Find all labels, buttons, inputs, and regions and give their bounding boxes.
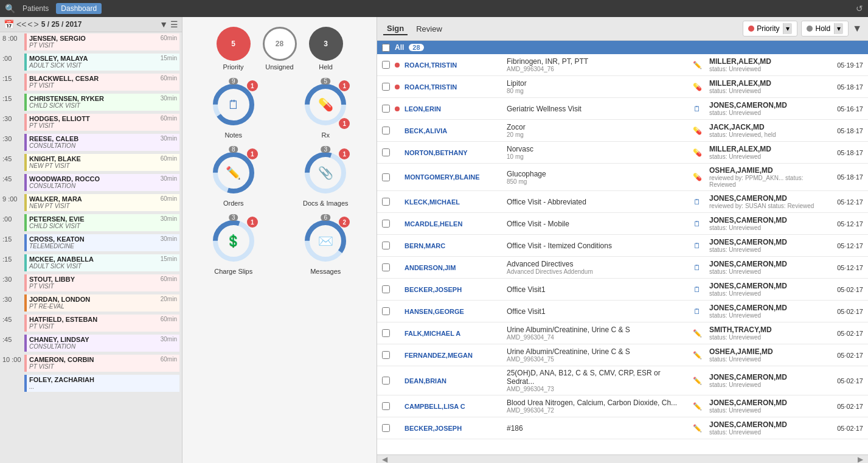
appointment-card[interactable]: 30min CROSS, KEATON TELEMEDICINE <box>24 234 179 251</box>
row-checkbox[interactable] <box>382 377 390 385</box>
circle-messages[interactable]: 6 ✉️ 2 Messages <box>301 217 350 275</box>
row-checkbox[interactable] <box>382 351 390 359</box>
circle-orders[interactable]: 8 ✏️ 1 Orders <box>209 148 258 207</box>
row-checkbox[interactable] <box>382 61 390 69</box>
appointment-card[interactable]: 60min JENSEN, SERGIO PT VISIT <box>24 33 179 50</box>
patient-name-cell[interactable]: BECKER,JOSEPH <box>404 425 502 432</box>
review-button[interactable]: Review <box>412 23 446 35</box>
dashboard-nav-btn[interactable]: Dashboard <box>56 3 102 14</box>
appointment-card[interactable]: 30min CHANEY, LINDSAY CONSULTATION <box>24 335 179 352</box>
appointment-card[interactable]: 60min WALKER, MARA NEW PT VISIT <box>24 194 179 211</box>
patient-name-cell[interactable]: KLECK,MICHAEL <box>404 198 502 206</box>
doc-icon-cell[interactable]: 🗒 <box>690 105 704 113</box>
table-filter-button[interactable]: ▼ <box>852 23 862 34</box>
appointment-card[interactable]: 60min KNIGHT, BLAKE NEW PT VISIT <box>24 154 179 171</box>
appointment-card[interactable]: 60min HATFIELD, ESTEBAN PT VISIT <box>24 315 179 332</box>
doc-icon-cell[interactable]: 🗒 <box>690 242 704 250</box>
priority-button[interactable]: Priority ▾ <box>743 21 797 37</box>
doc-icon-cell[interactable]: 💊 <box>690 127 704 135</box>
schedule-lines-icon[interactable]: ☰ <box>170 19 178 29</box>
appointment-card[interactable]: 30min CHRISTENSEN, RYKER CHILD SICK VISI… <box>24 94 179 111</box>
patient-name-cell[interactable]: FALK,MICHAEL A <box>404 330 502 337</box>
circle-charge[interactable]: 3 💲 1 Charge Slips <box>209 217 258 275</box>
appointment-card[interactable]: 60min STOUT, LIBBY PT VISIT <box>24 274 179 291</box>
scroll-left-arrow[interactable]: ◀ <box>382 455 387 464</box>
appointment-card[interactable]: 60min BLACKWELL, CESAR PT VISIT <box>24 74 179 91</box>
row-checkbox[interactable] <box>382 329 390 337</box>
patient-name-cell[interactable]: DEAN,BRIAN <box>404 377 502 385</box>
search-icon[interactable]: 🔍 <box>5 4 15 13</box>
donut-icon-notes: 🗒 <box>227 98 240 112</box>
appointment-card[interactable]: 30min PETERSEN, EVIE CHILD SICK VISIT <box>24 214 179 231</box>
doc-icon-cell[interactable]: ✏️ <box>690 402 704 411</box>
patient-name-cell[interactable]: FERNANDEZ,MEGAN <box>404 352 502 359</box>
row-checkbox[interactable] <box>382 242 390 249</box>
patient-name-cell[interactable]: MCARDLE,HELEN <box>404 220 502 228</box>
doc-icon-cell[interactable]: 🗒 <box>690 307 704 316</box>
patient-name-cell[interactable]: HANSEN,GEORGE <box>404 308 502 315</box>
patient-name-cell[interactable]: ANDERSON,JIM <box>404 264 502 271</box>
appointment-card[interactable]: 15min MCKEE, ANABELLA ADULT SICK VISIT <box>24 254 179 271</box>
priority-badge[interactable]: 5 Priority <box>217 27 251 71</box>
patient-name-cell[interactable]: CAMPBELL,LISA C <box>404 403 502 410</box>
doc-icon-cell[interactable]: ✏️ <box>690 351 704 360</box>
row-checkbox[interactable] <box>382 148 390 156</box>
patient-name-cell[interactable]: NORTON,BETHANY <box>404 149 502 156</box>
patient-name-cell[interactable]: BERN,MARC <box>404 242 502 249</box>
patient-name-cell[interactable]: LEON,ERIN <box>404 105 502 113</box>
row-checkbox[interactable] <box>382 173 390 181</box>
horizontal-scrollbar[interactable]: ◀ ▶ <box>377 454 868 463</box>
select-all-checkbox[interactable] <box>382 44 390 52</box>
row-checkbox[interactable] <box>382 285 390 293</box>
prev-prev-arrow[interactable]: << <box>16 19 26 29</box>
doc-icon-cell[interactable]: ✏️ <box>690 61 704 69</box>
prev-arrow[interactable]: < <box>27 19 32 29</box>
row-checkbox[interactable] <box>382 198 390 206</box>
appointment-card[interactable]: 30min WOODWARD, ROCCO CONSULTATION <box>24 174 179 191</box>
appointment-card[interactable]: 60min CAMERON, CORBIN PT VISIT <box>24 355 179 372</box>
appointment-card[interactable]: 20min JORDAN, LONDON PT RE-EVAL <box>24 294 179 312</box>
circle-docs[interactable]: 3 📎 1 Docs & Images <box>301 148 350 207</box>
row-checkbox[interactable] <box>382 402 390 410</box>
scroll-right-arrow[interactable]: ▶ <box>858 455 863 464</box>
appointment-card[interactable]: FOLEY, ZACHARIAH ... <box>24 375 179 392</box>
doc-icon-cell[interactable]: 🗒 <box>690 220 704 228</box>
doc-icon-cell[interactable]: 💊 <box>690 173 704 181</box>
circle-rx[interactable]: 5 💊 11 Rx <box>301 80 350 139</box>
sign-button[interactable]: Sign <box>383 23 408 35</box>
held-badge[interactable]: 3 Held <box>309 27 343 71</box>
patients-nav-btn[interactable]: Patients <box>18 3 54 14</box>
doc-icon-cell[interactable]: ✏️ <box>690 377 704 385</box>
unsigned-badge[interactable]: 28 Unsigned <box>263 27 297 71</box>
refresh-btn[interactable]: ↺ <box>856 4 863 13</box>
patient-name-cell[interactable]: ROACH,TRISTIN <box>404 83 502 91</box>
hold-dropdown-arrow[interactable]: ▾ <box>834 23 843 34</box>
appointment-card[interactable]: 30min REESE, CALEB CONSULTATION <box>24 134 179 151</box>
hold-button[interactable]: Hold ▾ <box>801 21 849 37</box>
doc-icon-cell[interactable]: 🗒 <box>690 263 704 272</box>
doc-icon-cell[interactable]: 💊 <box>690 83 704 91</box>
patient-name-cell[interactable]: MONTGOMERY,BLAINE <box>404 173 502 181</box>
row-checkbox[interactable] <box>382 307 390 315</box>
schedule-filter-icon[interactable]: ▼ <box>159 19 168 29</box>
row-checkbox[interactable] <box>382 127 390 134</box>
row-checkbox[interactable] <box>382 263 390 271</box>
appointment-card[interactable]: 15min MOSLEY, MALAYA ADULT SICK VISIT <box>24 54 179 71</box>
priority-dropdown-arrow[interactable]: ▾ <box>783 23 792 34</box>
patient-name-cell[interactable]: BECKER,JOSEPH <box>404 286 502 293</box>
row-checkbox[interactable] <box>382 424 390 432</box>
doc-icon-cell[interactable]: 🗒 <box>690 285 704 294</box>
patient-name-cell[interactable]: BECK,ALIVIA <box>404 127 502 134</box>
doc-icon-cell[interactable]: ✏️ <box>690 329 704 338</box>
patient-name-cell[interactable]: ROACH,TRISTIN <box>404 61 502 69</box>
appointment-card[interactable]: 60min HODGES, ELLIOTT PT VISIT <box>24 114 179 131</box>
row-checkbox[interactable] <box>382 83 390 91</box>
circle-notes[interactable]: 9 🗒 1 Notes <box>209 80 258 139</box>
doc-icon-cell[interactable]: 💊 <box>690 148 704 157</box>
next-arrow[interactable]: > <box>34 19 39 29</box>
doc-icon-cell[interactable]: ✏️ <box>690 424 704 433</box>
calendar-icon[interactable]: 📅 <box>4 19 14 29</box>
row-checkbox[interactable] <box>382 220 390 228</box>
doc-icon-cell[interactable]: 🗒 <box>690 198 704 206</box>
row-checkbox[interactable] <box>382 105 390 113</box>
